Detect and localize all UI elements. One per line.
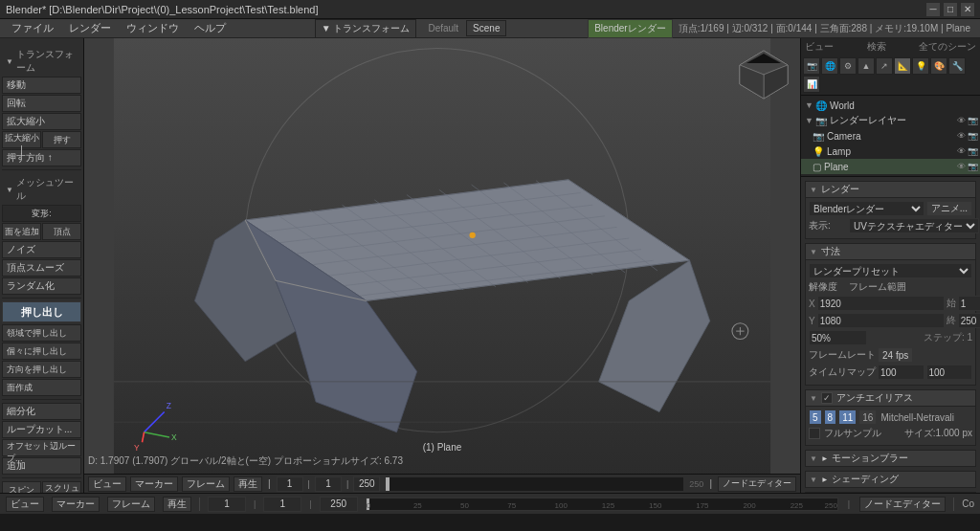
tab-settings[interactable]: ⚙	[839, 57, 857, 75]
aa-fullsample-row: フルサンプル サイズ:1.000 px	[809, 427, 972, 440]
scale-btn[interactable]: 拡大縮小	[2, 113, 81, 130]
push-dir-btn[interactable]: 押す方向 ↑	[2, 149, 81, 166]
nav-cube[interactable]	[735, 46, 792, 103]
performance-header[interactable]: ▼ パフォーマンス	[805, 492, 976, 493]
tab-world[interactable]: 🌐	[821, 57, 838, 75]
screw-btn[interactable]: スクリュー	[42, 481, 81, 493]
res-y-input[interactable]	[817, 313, 945, 328]
render-engine-select[interactable]: Blenderレンダー Cyclesレンダー	[809, 201, 924, 216]
scene-select[interactable]: Scene	[466, 20, 506, 36]
presets-select[interactable]: レンダープリセット	[809, 263, 972, 278]
viewport[interactable]: Z X Y D: 1.7907 (1.7907) グローバ	[84, 38, 800, 493]
make-face-btn[interactable]: 面作成	[2, 379, 81, 396]
add-face-btn[interactable]: 面を追加	[2, 223, 41, 240]
info-stats: 頂点:1/169 | 辺:0/312 | 面:0/144 | 三角面:288 |…	[673, 20, 976, 37]
extrude-region-btn[interactable]: 領域で押し出し	[2, 324, 81, 342]
move-btn[interactable]: 移動	[2, 77, 81, 94]
aa-11-btn[interactable]: 11	[838, 409, 857, 425]
extrude-along-btn[interactable]: 方向を押し出し	[2, 361, 81, 378]
node-editor-btn[interactable]: ノードエディター	[718, 476, 796, 492]
full-sample-cb[interactable]	[809, 428, 820, 439]
rotate-btn[interactable]: 回転	[2, 95, 81, 112]
menu-render[interactable]: レンダー	[61, 19, 119, 37]
timeline-ticks: 0 25 50 75 100 125 150 175 200 225 250	[367, 498, 837, 510]
status-end-input[interactable]	[320, 497, 358, 512]
play-btn-vp[interactable]: 再生	[234, 476, 262, 492]
motionblur-header[interactable]: ▼ モーションブラー	[805, 450, 976, 467]
outliner-render-layer[interactable]: ▼ 📷 レンダーレイヤー 👁 📷	[801, 113, 980, 128]
frame-btn-vp[interactable]: フレーム	[182, 476, 230, 492]
tab-mesh[interactable]: ▲	[858, 57, 875, 75]
status-marker-btn[interactable]: マーカー	[52, 497, 100, 512]
dimensions-section: 寸法 レンダープリセット 解像度 フレーム範囲 X	[805, 243, 976, 386]
eye-icon-lamp: 👁	[957, 146, 966, 156]
time-y-input[interactable]	[926, 365, 973, 380]
display-select[interactable]: UVテクスチャエディター	[849, 218, 979, 233]
menu-window[interactable]: ウィンドウ	[119, 19, 187, 37]
percent-input[interactable]	[809, 330, 867, 345]
motionblur-collapse-icon: ▼	[820, 454, 829, 462]
aa-8-btn[interactable]: 8	[824, 409, 837, 425]
tab-texture[interactable]: 🎨	[930, 57, 947, 75]
outliner-camera[interactable]: 📷 Camera 👁 📷	[801, 128, 980, 144]
push-btn[interactable]: 押す	[42, 131, 81, 148]
scale-cage-btn[interactable]: 拡大縮小 |	[2, 131, 41, 148]
start-frame-input[interactable]	[277, 476, 303, 492]
status-play-btn[interactable]: 再生	[163, 497, 191, 512]
renderer-select[interactable]: Blenderレンダー	[588, 19, 672, 38]
outliner: ▼ 🌐 World ▼ 📷 レンダーレイヤー 👁 📷 📷 Camera 👁 📷 …	[801, 96, 980, 177]
vertex-btn[interactable]: 頂点	[42, 223, 81, 240]
titlebar-controls: ─ □ ✕	[926, 3, 974, 16]
extrude-individual-btn[interactable]: 個々に押し出し	[2, 343, 81, 360]
minimize-button[interactable]: ─	[926, 3, 940, 16]
shading-header[interactable]: ▼ シェーディング	[805, 471, 976, 488]
end-frame-field[interactable]	[958, 313, 980, 328]
menu-help[interactable]: ヘルプ	[187, 19, 234, 37]
tab-camera[interactable]: 📷	[803, 57, 820, 75]
timeline-bar[interactable]: 0 25 50 75 100 125 150 175 200 225 250	[366, 498, 838, 511]
subdivide-btn[interactable]: 細分化	[2, 403, 81, 420]
noise-btn[interactable]: ノイズ	[2, 241, 81, 258]
outliner-plane[interactable]: ▢ Plane 👁 📷	[801, 159, 980, 174]
res-x-input[interactable]	[817, 296, 945, 311]
menu-file[interactable]: ファイル	[4, 19, 61, 37]
tab-material[interactable]: 💡	[912, 57, 929, 75]
tab-physics[interactable]: 📊	[803, 76, 820, 93]
offset-edge-btn[interactable]: オフセット辺ループ...	[2, 439, 81, 456]
end-frame-input[interactable]	[353, 476, 380, 492]
aa-5-btn[interactable]: 5	[809, 409, 822, 425]
status-current-input[interactable]	[263, 497, 301, 512]
render-label: レンダー	[821, 183, 859, 196]
fps-btn[interactable]: 24 fps	[878, 347, 913, 363]
aa-header[interactable]: アンチエイリアス	[805, 389, 976, 407]
extrude-btn[interactable]: 押し出し	[2, 301, 81, 322]
outliner-world[interactable]: ▼ 🌐 World	[801, 98, 980, 113]
loop-cut-btn[interactable]: ループカット...	[2, 421, 81, 438]
view-btn-vp[interactable]: ビュー	[88, 476, 126, 492]
tab-object[interactable]: ↗	[876, 57, 893, 75]
time-x-input[interactable]	[878, 365, 924, 380]
status-extra-btn[interactable]: ノードエディター	[859, 497, 946, 512]
tab-particles[interactable]: 🔧	[948, 57, 966, 75]
outliner-lamp[interactable]: 💡 Lamp 👁 📷	[801, 144, 980, 159]
close-button[interactable]: ✕	[961, 3, 974, 16]
current-frame-input[interactable]	[315, 476, 342, 492]
aa-checkbox[interactable]	[821, 392, 833, 404]
spin-btn[interactable]: スピン	[2, 481, 41, 493]
render-anim-btn[interactable]: アニメ...	[926, 201, 972, 216]
maximize-button[interactable]: □	[944, 3, 957, 16]
status-start-input[interactable]	[208, 497, 246, 512]
randomize-btn[interactable]: ランダム化	[2, 277, 81, 295]
status-frame-btn[interactable]: フレーム	[107, 497, 155, 512]
render-header[interactable]: レンダー	[805, 181, 976, 198]
aa-16-btn[interactable]: 16	[858, 409, 877, 425]
start-frame-field[interactable]	[958, 296, 980, 311]
dimensions-header[interactable]: 寸法	[805, 243, 976, 260]
tab-render[interactable]: 📐	[894, 57, 911, 75]
status-view-btn[interactable]: ビュー	[6, 497, 44, 512]
add-btn[interactable]: 追加	[2, 457, 81, 475]
smooth-vertex-btn[interactable]: 頂点スムーズ	[2, 259, 81, 277]
eye-icon-cam: 👁	[957, 131, 966, 141]
marker-btn-vp[interactable]: マーカー	[130, 476, 178, 492]
mode-dropdown[interactable]: ▼ トランスフォーム	[315, 19, 417, 38]
